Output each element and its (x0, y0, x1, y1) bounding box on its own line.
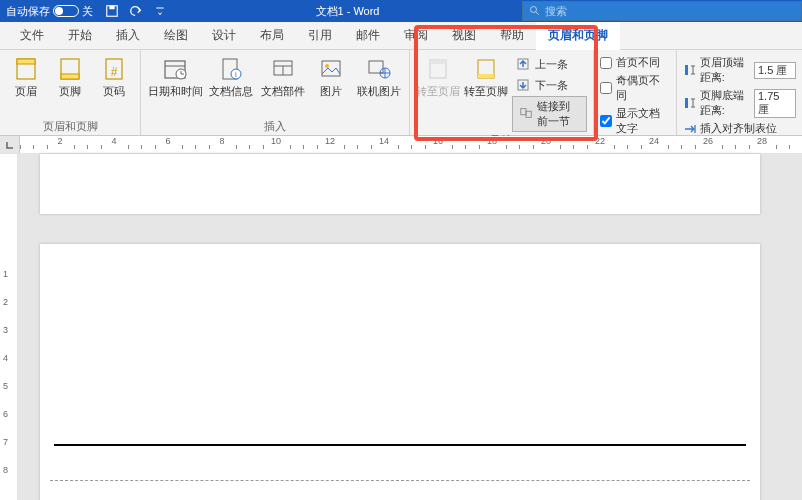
quick-parts-button[interactable]: 文档部件 (259, 54, 307, 99)
tab-references[interactable]: 引用 (296, 21, 344, 49)
online-picture-icon (366, 56, 392, 82)
previous-section-button[interactable]: 上一条 (512, 54, 587, 74)
search-box[interactable]: 搜索 (522, 1, 802, 21)
save-icon[interactable] (105, 4, 119, 18)
document-area: 12345678 (0, 154, 802, 500)
page-previous[interactable] (40, 154, 760, 214)
svg-rect-33 (685, 65, 688, 75)
doc-info-icon: i (218, 56, 244, 82)
svg-rect-34 (685, 98, 688, 108)
tab-design[interactable]: 设计 (200, 21, 248, 49)
odd-even-different-checkbox[interactable]: 奇偶页不同 (600, 72, 670, 104)
parts-icon (270, 56, 296, 82)
link-icon (519, 106, 533, 122)
tab-mailings[interactable]: 邮件 (344, 21, 392, 49)
group-label: 插入 (147, 118, 403, 135)
goto-header-icon (425, 56, 451, 82)
toggle-icon (53, 5, 79, 17)
svg-rect-23 (369, 61, 383, 73)
page-number-button[interactable]: # 页码 (94, 54, 134, 99)
picture-button[interactable]: 图片 (311, 54, 351, 99)
arrow-down-icon (515, 77, 531, 93)
vertical-ruler[interactable]: 12345678 (0, 154, 18, 500)
first-page-different-checkbox[interactable]: 首页不同 (600, 54, 670, 71)
calendar-icon (162, 56, 188, 82)
show-document-text-checkbox[interactable]: 显示文档文字 (600, 105, 670, 137)
tab-file[interactable]: 文件 (8, 21, 56, 49)
group-header-footer: 页眉 页脚 # 页码 页眉和页脚 (0, 50, 141, 135)
svg-rect-28 (478, 74, 494, 78)
online-picture-button[interactable]: 联机图片 (355, 54, 403, 99)
ribbon-tabs: 文件 开始 插入 绘图 设计 布局 引用 邮件 审阅 视图 帮助 页眉和页脚 (0, 22, 802, 50)
search-icon (529, 5, 541, 17)
footer-icon (57, 56, 83, 82)
header-distance-input[interactable]: 1.5 厘 (754, 62, 796, 79)
svg-rect-5 (17, 59, 35, 64)
header-rule-line (54, 444, 746, 446)
footer-button[interactable]: 页脚 (50, 54, 90, 99)
autosave-toggle[interactable]: 自动保存 关 (0, 4, 99, 19)
svg-rect-7 (61, 74, 79, 79)
insert-alignment-tab-button[interactable]: 插入对齐制表位 (683, 120, 796, 137)
svg-rect-31 (521, 109, 526, 115)
align-tab-icon (683, 122, 697, 136)
page-number-icon: # (101, 56, 127, 82)
svg-line-3 (536, 12, 539, 15)
arrow-up-icon (515, 56, 531, 72)
tab-header-footer[interactable]: 页眉和页脚 (536, 22, 620, 50)
goto-footer-button[interactable]: 转至页脚 (464, 54, 508, 99)
goto-footer-icon (473, 56, 499, 82)
group-position: 页眉顶端距离: 1.5 厘 页脚底端距离: 1.75 厘 插入对齐制表位 位置 (677, 50, 802, 135)
header-boundary-line (50, 480, 750, 481)
header-icon (13, 56, 39, 82)
title-bar: 自动保存 关 文档1 - Word 搜索 (0, 0, 802, 22)
group-navigation: 转至页眉 转至页脚 上一条 下一条 链接到前一节 (410, 50, 594, 135)
tab-review[interactable]: 审阅 (392, 21, 440, 49)
next-section-button[interactable]: 下一条 (512, 75, 587, 95)
header-button[interactable]: 页眉 (6, 54, 46, 99)
horizontal-ruler[interactable]: 246810121416182022242628 (0, 136, 802, 154)
group-insert: 日期和时间 i 文档信息 文档部件 图片 (141, 50, 410, 135)
group-options: 首页不同 奇偶页不同 显示文档文字 选项 (594, 50, 677, 135)
pages-container (18, 154, 802, 500)
svg-text:i: i (235, 70, 237, 79)
quick-access-toolbar (99, 4, 173, 18)
tab-layout[interactable]: 布局 (248, 21, 296, 49)
svg-point-2 (531, 7, 537, 13)
tab-insert[interactable]: 插入 (104, 21, 152, 49)
svg-rect-21 (322, 61, 340, 76)
tab-draw[interactable]: 绘图 (152, 21, 200, 49)
footer-distance-row: 页脚底端距离: 1.75 厘 (683, 87, 796, 119)
date-time-button[interactable]: 日期和时间 (147, 54, 203, 99)
doc-info-button[interactable]: i 文档信息 (207, 54, 255, 99)
tab-view[interactable]: 视图 (440, 21, 488, 49)
undo-icon[interactable] (129, 4, 143, 18)
header-distance-row: 页眉顶端距离: 1.5 厘 (683, 54, 796, 86)
page-current[interactable] (40, 244, 760, 500)
footer-distance-icon (683, 96, 697, 110)
ribbon: 页眉 页脚 # 页码 页眉和页脚 日期和时间 (0, 50, 802, 136)
svg-rect-26 (430, 60, 446, 64)
goto-header-button: 转至页眉 (416, 54, 460, 99)
tab-help[interactable]: 帮助 (488, 21, 536, 49)
svg-rect-1 (109, 6, 114, 10)
document-title: 文档1 - Word (173, 4, 522, 19)
svg-text:#: # (111, 65, 118, 79)
header-distance-icon (683, 63, 697, 77)
svg-rect-32 (526, 111, 531, 117)
footer-distance-input[interactable]: 1.75 厘 (754, 89, 796, 118)
tab-selector[interactable] (0, 136, 20, 153)
link-to-previous-button[interactable]: 链接到前一节 (512, 96, 587, 132)
svg-point-22 (325, 64, 329, 68)
customize-dropdown-icon[interactable] (153, 4, 167, 18)
picture-icon (318, 56, 344, 82)
group-label: 页眉和页脚 (6, 118, 134, 135)
tab-home[interactable]: 开始 (56, 21, 104, 49)
